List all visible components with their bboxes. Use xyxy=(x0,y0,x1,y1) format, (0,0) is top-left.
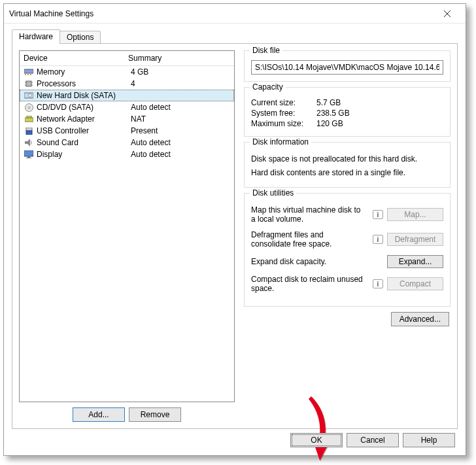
svg-rect-15 xyxy=(25,118,33,122)
device-name: Memory xyxy=(37,67,128,77)
tab-hardware[interactable]: Hardware xyxy=(12,29,60,44)
capacity-value: 120 GB xyxy=(316,119,343,128)
utility-button: Compact xyxy=(387,277,443,290)
help-button[interactable]: Help xyxy=(403,433,455,447)
device-summary: 4 xyxy=(131,79,230,88)
device-name: Processors xyxy=(37,79,128,88)
svg-point-12 xyxy=(29,94,32,97)
utility-row: Expand disk capacity.Expand... xyxy=(251,255,443,268)
tab-panel: Device Summary Memory4 GBProcessors4New … xyxy=(12,43,458,429)
hardware-left-column: Device Summary Memory4 GBProcessors4New … xyxy=(19,50,235,422)
add-button[interactable]: Add... xyxy=(73,407,125,422)
svg-rect-18 xyxy=(26,131,32,135)
utility-text: Defragment files and consolidate free sp… xyxy=(251,230,369,249)
svg-rect-5 xyxy=(30,74,31,75)
device-summary: NAT xyxy=(131,114,230,124)
device-summary: Auto detect xyxy=(131,138,230,147)
device-row[interactable]: USB ControllerPresent xyxy=(20,125,234,137)
device-name: Sound Card xyxy=(37,138,128,147)
svg-marker-19 xyxy=(25,139,30,146)
usb-icon xyxy=(24,128,34,135)
device-summary: Present xyxy=(131,126,230,135)
tabstrip: Hardware Options xyxy=(12,29,458,44)
close-icon xyxy=(444,10,450,17)
utility-text: Map this virtual machine disk to a local… xyxy=(251,205,369,224)
sound-icon xyxy=(24,139,34,146)
device-row[interactable]: Sound CardAuto detect xyxy=(20,137,234,148)
advanced-button[interactable]: Advanced... xyxy=(391,312,449,326)
hardware-right-column: Disk file Capacity Current size:5.7 GBSy… xyxy=(244,50,450,422)
disk-file-input[interactable] xyxy=(251,60,443,75)
svg-rect-20 xyxy=(24,150,33,156)
utility-button: Map... xyxy=(387,208,443,221)
header-summary: Summary xyxy=(128,54,230,63)
device-summary: Auto detect xyxy=(131,103,230,112)
titlebar: Virtual Machine Settings xyxy=(4,4,466,24)
device-row[interactable]: New Hard Disk (SATA) xyxy=(20,90,234,101)
disk-info-group: Disk information Disk space is not preal… xyxy=(244,142,450,188)
device-row[interactable]: Processors4 xyxy=(20,78,234,90)
utility-button[interactable]: Expand... xyxy=(387,255,443,268)
disk-utilities-legend: Disk utilities xyxy=(250,188,296,198)
svg-rect-2 xyxy=(24,69,33,73)
device-row[interactable]: CD/DVD (SATA)Auto detect xyxy=(20,101,234,113)
info-balloon-icon[interactable]: i xyxy=(373,235,383,244)
window-title: Virtual Machine Settings xyxy=(9,9,434,18)
network-icon xyxy=(24,116,34,123)
svg-point-14 xyxy=(28,107,30,109)
cpu-icon xyxy=(24,80,34,88)
disk-info-legend: Disk information xyxy=(250,137,311,146)
capacity-group: Capacity Current size:5.7 GBSystem free:… xyxy=(244,87,450,137)
capacity-value: 5.7 GB xyxy=(316,98,341,107)
capacity-label: Current size: xyxy=(251,98,316,107)
utility-row: Defragment files and consolidate free sp… xyxy=(251,230,443,249)
capacity-legend: Capacity xyxy=(250,82,286,92)
device-row[interactable]: DisplayAuto detect xyxy=(20,148,234,160)
display-icon xyxy=(24,150,34,158)
disk-utilities-group: Disk utilities Map this virtual machine … xyxy=(244,193,450,307)
capacity-row: System free:238.5 GB xyxy=(251,109,443,118)
device-list-header: Device Summary xyxy=(20,51,234,66)
device-list-buttons: Add... Remove xyxy=(19,407,235,422)
device-row[interactable]: Network AdapterNAT xyxy=(20,113,234,125)
device-name: New Hard Disk (SATA) xyxy=(37,91,128,100)
header-device: Device xyxy=(24,54,128,63)
utility-row: Compact disk to reclaim unused space.iCo… xyxy=(251,275,443,293)
remove-button[interactable]: Remove xyxy=(129,407,181,422)
tab-options[interactable]: Options xyxy=(60,31,101,44)
utility-row: Map this virtual machine disk to a local… xyxy=(251,205,443,224)
svg-rect-17 xyxy=(26,128,32,131)
device-name: USB Controller xyxy=(37,126,128,135)
svg-rect-16 xyxy=(27,116,31,118)
device-summary: 4 GB xyxy=(131,67,230,77)
capacity-label: System free: xyxy=(251,109,316,118)
info-balloon-icon[interactable]: i xyxy=(373,210,383,219)
memory-icon xyxy=(24,69,34,75)
dialog-buttons: OK Cancel Help xyxy=(290,433,455,447)
svg-rect-21 xyxy=(27,156,30,158)
device-row[interactable]: Memory4 GB xyxy=(20,66,234,78)
device-summary: Auto detect xyxy=(131,150,230,159)
client-area: Hardware Options Device Summary Memory4 … xyxy=(4,24,466,455)
utility-text: Expand disk capacity. xyxy=(251,257,369,266)
device-name: CD/DVD (SATA) xyxy=(37,103,128,112)
odd-icon xyxy=(24,103,34,112)
utility-button: Defragment xyxy=(387,233,443,246)
device-name: Network Adapter xyxy=(37,114,128,124)
ok-button[interactable]: OK xyxy=(290,433,343,447)
hdd-icon xyxy=(24,92,34,99)
device-list[interactable]: Device Summary Memory4 GBProcessors4New … xyxy=(19,50,235,402)
disk-info-line: Disk space is not preallocated for this … xyxy=(251,153,443,165)
disk-info-line: Hard disk contents are stored in a singl… xyxy=(251,167,443,179)
svg-rect-4 xyxy=(27,74,29,75)
svg-rect-22 xyxy=(26,158,31,158)
capacity-row: Current size:5.7 GB xyxy=(251,98,443,107)
cancel-button[interactable]: Cancel xyxy=(347,433,399,447)
capacity-row: Maximum size:120 GB xyxy=(251,119,443,128)
settings-window: Virtual Machine Settings Hardware Option… xyxy=(3,3,466,456)
info-balloon-icon[interactable]: i xyxy=(373,279,383,288)
capacity-label: Maximum size: xyxy=(251,119,316,128)
svg-rect-6 xyxy=(26,81,31,86)
close-button[interactable] xyxy=(434,5,460,23)
disk-file-group: Disk file xyxy=(244,50,450,82)
